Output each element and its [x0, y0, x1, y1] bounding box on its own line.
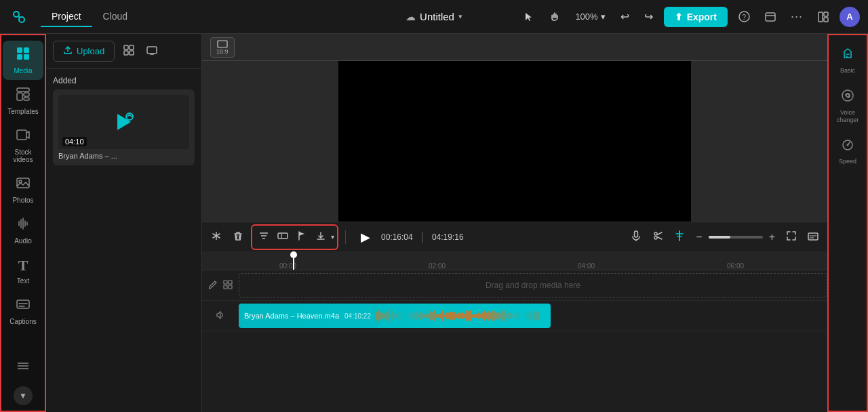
- sidebar-item-stock-videos[interactable]: Stock videos: [3, 122, 43, 169]
- sidebar-item-templates[interactable]: Templates: [3, 81, 43, 121]
- title-chevron-icon[interactable]: ▾: [458, 12, 462, 21]
- media-item-duration: 04:10: [62, 137, 87, 146]
- cloud-status-icon: ☁: [406, 11, 416, 23]
- ruler-marks: 00:00 02:00 04:00 06:00: [279, 251, 787, 270]
- split-tool-button[interactable]: [208, 227, 225, 247]
- filter-button[interactable]: [255, 227, 273, 247]
- align-button[interactable]: [671, 227, 688, 247]
- grid-view-button[interactable]: [120, 41, 138, 62]
- more-icon: [16, 358, 31, 377]
- playback-controls: ▶ 00:16:04 | 04:19:16: [355, 227, 464, 247]
- svg-rect-28: [130, 45, 134, 49]
- tab-cloud[interactable]: Cloud: [92, 7, 139, 27]
- aspect-ratio-button[interactable]: 16:9: [210, 37, 235, 58]
- drop-zone[interactable]: Drag and drop media here: [239, 273, 827, 297]
- zoom-slider-fill: [709, 236, 730, 239]
- time-separator: |: [421, 231, 424, 243]
- layout-clip-button[interactable]: [274, 227, 292, 247]
- project-title-area: ☁ Untitled ▾: [406, 11, 462, 23]
- sidebar-collapse-button[interactable]: ▼: [14, 386, 33, 405]
- templates-icon: [16, 87, 31, 105]
- help-button[interactable]: ?: [734, 8, 754, 25]
- video-track-grid-button[interactable]: [222, 279, 234, 293]
- center-area: 16:9: [202, 34, 827, 412]
- download-chevron-icon[interactable]: ▾: [331, 233, 334, 241]
- audio-clip[interactable]: Bryan Adams – Heaven.m4a 04:10:22: [239, 304, 551, 328]
- audio-track-row: Bryan Adams – Heaven.m4a 04:10:22: [202, 301, 827, 331]
- sidebar-item-photos[interactable]: Photos: [3, 170, 43, 209]
- svg-rect-51: [224, 285, 227, 289]
- audio-volume-button[interactable]: [214, 309, 226, 323]
- zoom-chevron-icon: ▾: [601, 12, 606, 22]
- svg-rect-30: [130, 51, 134, 55]
- audio-waveform: [376, 309, 545, 323]
- hand-tool-button[interactable]: [545, 9, 564, 25]
- right-sidebar-item-speed[interactable]: Speed: [830, 131, 865, 171]
- delete-tool-button[interactable]: [229, 227, 247, 247]
- layout-button[interactable]: [814, 9, 833, 25]
- select-tool-button[interactable]: [519, 9, 538, 25]
- more-options-button[interactable]: ···: [787, 7, 807, 26]
- svg-rect-46: [808, 233, 818, 240]
- photos-icon: [16, 176, 31, 194]
- svg-rect-7: [818, 12, 823, 22]
- audio-track-content: Bryan Adams – Heaven.m4a 04:10:22: [239, 301, 827, 331]
- sidebar-item-captions[interactable]: Captions: [3, 291, 43, 331]
- svg-rect-17: [24, 98, 29, 100]
- svg-point-58: [847, 144, 849, 146]
- svg-rect-52: [229, 285, 232, 289]
- collapse-chevron-icon: ▼: [19, 391, 27, 400]
- sidebar-item-text[interactable]: T Text: [3, 251, 43, 290]
- upload-button[interactable]: Upload: [53, 41, 115, 62]
- zoom-out-button[interactable]: −: [692, 228, 705, 247]
- basic-icon: [840, 46, 855, 64]
- sidebar-text-label: Text: [17, 277, 29, 285]
- app-logo[interactable]: [8, 6, 30, 28]
- media-panel-toolbar: Upload: [46, 34, 201, 69]
- avatar[interactable]: A: [840, 7, 860, 27]
- sidebar-media-label: Media: [14, 67, 32, 75]
- export-button[interactable]: ⬆ Export: [664, 7, 728, 27]
- fullscreen-button[interactable]: [783, 227, 800, 247]
- voice-changer-label: Voice changer: [833, 109, 863, 124]
- sidebar-item-audio[interactable]: Audio: [3, 211, 43, 250]
- sidebar-audio-label: Audio: [14, 237, 32, 245]
- svg-rect-35: [218, 41, 227, 47]
- right-sidebar-item-basic[interactable]: Basic: [830, 41, 865, 80]
- flag-button[interactable]: [293, 227, 311, 247]
- current-time: 00:16:04: [381, 232, 413, 242]
- video-canvas: [338, 61, 691, 222]
- video-track-controls: [202, 270, 239, 300]
- ruler-tick-2: 04:00: [578, 262, 595, 270]
- undo-button[interactable]: ↩: [616, 7, 633, 26]
- right-sidebar-item-voice-changer[interactable]: Voice changer: [830, 83, 865, 129]
- svg-rect-49: [224, 281, 227, 284]
- screen-view-button[interactable]: [143, 41, 161, 62]
- mic-button[interactable]: [627, 227, 645, 247]
- captions-icon: [16, 297, 31, 315]
- svg-rect-19: [17, 178, 29, 188]
- zoom-level[interactable]: 100% ▾: [571, 9, 609, 24]
- ruler-tick-3: 06:00: [727, 262, 744, 270]
- share-button[interactable]: [761, 9, 780, 25]
- svg-rect-11: [24, 47, 29, 53]
- sidebar-item-media[interactable]: Media: [3, 41, 43, 80]
- sidebar-stockvideos-label: Stock videos: [5, 148, 41, 163]
- subtitles-button[interactable]: [804, 227, 822, 247]
- zoom-slider-track[interactable]: [709, 236, 763, 239]
- sidebar-item-more[interactable]: [3, 353, 43, 382]
- cut-button[interactable]: [649, 227, 667, 247]
- svg-text:?: ?: [742, 14, 746, 21]
- zoom-slider[interactable]: − +: [692, 228, 778, 247]
- video-track-edit-button[interactable]: [207, 279, 219, 293]
- redo-button[interactable]: ↪: [640, 7, 657, 26]
- svg-rect-21: [17, 300, 29, 308]
- play-button[interactable]: ▶: [355, 227, 376, 247]
- svg-point-56: [846, 94, 849, 97]
- project-title[interactable]: Untitled: [420, 11, 454, 22]
- media-item[interactable]: 04:10 Bryan Adams – ...: [53, 89, 195, 165]
- tab-project[interactable]: Project: [41, 7, 92, 27]
- added-label: Added: [53, 76, 195, 85]
- download-button[interactable]: [312, 227, 330, 247]
- zoom-in-button[interactable]: +: [766, 228, 778, 247]
